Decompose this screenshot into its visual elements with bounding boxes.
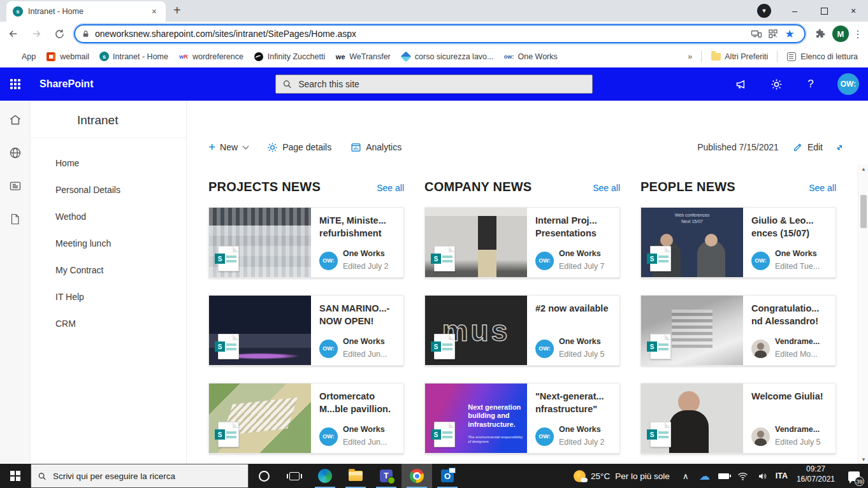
globe-icon[interactable] bbox=[9, 147, 22, 159]
bookmark-intranet[interactable]: s Intranet - Home bbox=[94, 49, 173, 64]
sharepoint-logo-text[interactable]: SharePoint bbox=[40, 78, 93, 90]
close-window-button[interactable]: × bbox=[839, 0, 868, 22]
site-search-input[interactable] bbox=[298, 79, 586, 89]
new-button[interactable]: + New bbox=[208, 140, 248, 154]
volume-icon[interactable] bbox=[756, 470, 768, 482]
sidebar-item-meeting-lunch[interactable]: Meeting lunch bbox=[31, 230, 186, 257]
sharepoint-page-icon: S bbox=[434, 334, 455, 359]
news-card[interactable]: S MiTE, Ministe... refurbishment OW: One… bbox=[208, 207, 404, 278]
bookmark-wetransfer[interactable]: we WeTransfer bbox=[330, 49, 396, 64]
browser-profile-avatar[interactable]: M bbox=[832, 25, 849, 42]
news-icon[interactable] bbox=[9, 180, 22, 192]
analytics-button[interactable]: Analytics bbox=[351, 142, 401, 153]
app-launcher-waffle-icon[interactable] bbox=[0, 68, 31, 101]
news-card[interactable]: S Welcome Giulia! Vendrame... Edited Jul… bbox=[640, 383, 836, 454]
news-card[interactable]: S SAN MARINO...- NOW OPEN! OW: One Works… bbox=[208, 295, 404, 366]
expand-diagonal-icon[interactable] bbox=[834, 142, 845, 153]
send-to-device-icon[interactable] bbox=[748, 25, 765, 42]
vertical-scrollbar[interactable]: ▲ ▼ bbox=[858, 164, 868, 464]
edited-label: Edited July 7 bbox=[559, 262, 605, 271]
teams-icon: T bbox=[380, 470, 393, 482]
forward-icon[interactable] bbox=[27, 24, 46, 43]
battery-icon[interactable] bbox=[718, 470, 730, 482]
taskbar-explorer-button[interactable] bbox=[340, 464, 371, 488]
taskbar-outlook-button[interactable]: O bbox=[432, 464, 463, 488]
action-center-button[interactable]: 39 bbox=[840, 464, 868, 488]
bookmark-corso-sicurezza[interactable]: corso sicurezza lavo... bbox=[396, 49, 499, 64]
url-bar[interactable]: oneworksnew.sharepoint.com/sites/intrane… bbox=[74, 24, 806, 43]
bookmark-one-works[interactable]: ow: One Works bbox=[498, 49, 562, 64]
weather-sun-icon bbox=[574, 470, 586, 482]
scroll-up-icon[interactable]: ▲ bbox=[858, 164, 868, 173]
update-indicator-icon[interactable]: ▼ bbox=[757, 4, 771, 18]
edited-label: Edited July 2 bbox=[343, 262, 389, 271]
oneworks-avatar: OW: bbox=[751, 252, 770, 270]
search-icon bbox=[282, 79, 292, 89]
bookmark-label: webmail bbox=[60, 52, 89, 61]
language-indicator[interactable]: ITA bbox=[776, 471, 788, 480]
browser-tab[interactable]: s Intranet - Home × bbox=[6, 1, 166, 22]
megaphone-icon[interactable] bbox=[734, 76, 749, 92]
extensions-puzzle-icon[interactable] bbox=[812, 25, 828, 42]
see-all-link[interactable]: See all bbox=[809, 183, 836, 193]
wifi-icon[interactable] bbox=[737, 470, 749, 482]
settings-gear-icon[interactable] bbox=[769, 76, 784, 92]
scrollbar-thumb[interactable] bbox=[860, 195, 867, 228]
help-icon[interactable]: ? bbox=[803, 76, 818, 92]
news-card[interactable]: S Internal Proj... Presentations OW: One… bbox=[424, 207, 620, 278]
sidebar-item-home[interactable]: Home bbox=[31, 150, 186, 176]
taskbar-search-box[interactable] bbox=[31, 464, 249, 488]
bookmark-apps[interactable]: App bbox=[4, 50, 41, 64]
sharepoint-page-icon: S bbox=[434, 422, 455, 447]
task-view-button[interactable] bbox=[279, 464, 310, 488]
taskbar-clock[interactable]: 09:27 16/07/2021 bbox=[792, 464, 840, 488]
new-tab-button[interactable]: + bbox=[173, 3, 181, 18]
tray-chevron-icon[interactable]: ∧ bbox=[680, 470, 691, 482]
news-card[interactable]: S Congratulatio... nd Alessandro! Vendra… bbox=[640, 295, 836, 366]
bookmark-wordreference[interactable]: wR wordreference bbox=[173, 49, 249, 64]
edit-button[interactable]: Edit bbox=[793, 142, 823, 152]
onedrive-cloud-icon[interactable]: ☁ bbox=[699, 470, 711, 482]
minimize-button[interactable]: – bbox=[780, 0, 809, 22]
scroll-down-icon[interactable]: ▼ bbox=[858, 455, 868, 464]
page-details-button[interactable]: Page details bbox=[267, 142, 331, 153]
reading-list-button[interactable]: Elenco di lettura bbox=[781, 49, 863, 64]
maximize-button[interactable] bbox=[809, 0, 839, 22]
site-search-box[interactable] bbox=[275, 75, 593, 94]
news-card[interactable]: mus S #2 now available OW: One Works Edi… bbox=[424, 295, 620, 366]
reload-icon[interactable] bbox=[50, 24, 69, 43]
sidebar-item-it-help[interactable]: IT Help bbox=[31, 283, 186, 310]
bookmark-star-icon[interactable]: ★ bbox=[781, 25, 798, 42]
see-all-link[interactable]: See all bbox=[593, 183, 620, 193]
back-icon[interactable] bbox=[4, 24, 23, 43]
news-card[interactable]: Web conferences Next 15/07 S Giulio & Le… bbox=[640, 207, 836, 278]
browser-menu-icon[interactable]: ⋮ bbox=[853, 28, 863, 40]
home-icon[interactable] bbox=[9, 113, 22, 126]
sidebar-item-crm[interactable]: CRM bbox=[31, 310, 186, 337]
author-name: One Works bbox=[343, 337, 387, 347]
taskbar-edge-button[interactable] bbox=[310, 464, 340, 488]
sidebar-item-wethod[interactable]: Wethod bbox=[31, 203, 186, 230]
reading-list-icon bbox=[786, 52, 797, 62]
account-avatar[interactable]: OW: bbox=[837, 73, 859, 95]
bookmark-infinity-zucchetti[interactable]: Infinity Zucchetti bbox=[249, 49, 330, 64]
other-favorites-button[interactable]: Altri Preferiti bbox=[705, 49, 773, 64]
see-all-link[interactable]: See all bbox=[377, 183, 404, 193]
taskbar-chrome-button[interactable] bbox=[401, 464, 432, 488]
taskbar-search-input[interactable] bbox=[53, 471, 242, 481]
sidebar-item-personal-details[interactable]: Personal Details bbox=[31, 176, 186, 203]
news-card[interactable]: S Ortomercato M...ble pavillion. OW: One… bbox=[208, 383, 404, 454]
taskbar-weather[interactable]: 25°C Per lo più sole bbox=[567, 464, 676, 488]
bookmarks-overflow-icon[interactable]: » bbox=[683, 52, 697, 61]
document-icon[interactable] bbox=[9, 213, 22, 226]
sidebar-item-my-contract[interactable]: My Contract bbox=[31, 257, 186, 283]
bookmark-webmail[interactable]: webmail bbox=[41, 49, 94, 64]
edited-label: Edited Mo... bbox=[775, 350, 818, 359]
qr-code-icon[interactable] bbox=[765, 25, 781, 42]
start-button[interactable] bbox=[0, 464, 31, 488]
taskbar-teams-button[interactable]: T bbox=[371, 464, 401, 488]
cortana-button[interactable] bbox=[249, 464, 279, 488]
tab-close-icon[interactable]: × bbox=[149, 5, 159, 18]
news-card[interactable]: Next generation building and infrastruct… bbox=[424, 383, 620, 454]
bookmark-label: One Works bbox=[517, 52, 557, 61]
